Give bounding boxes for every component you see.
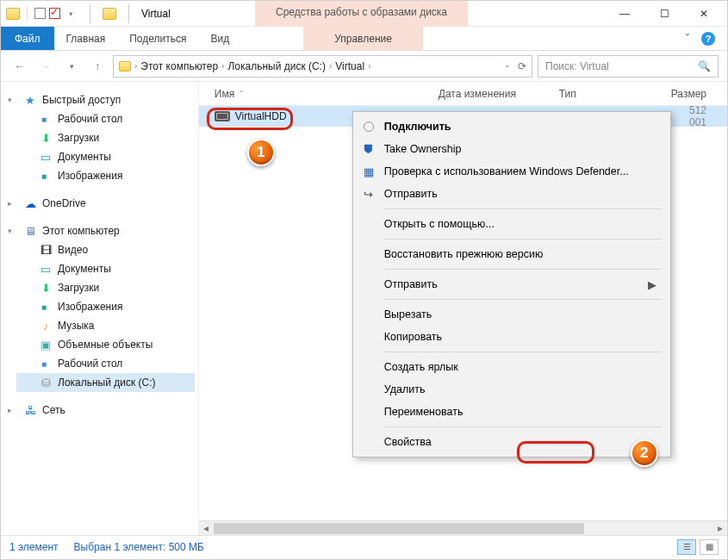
address-bar[interactable]: › Этот компьютер › Локальный диск (C:) ›… xyxy=(113,55,532,78)
expand-icon[interactable]: ▸ xyxy=(8,199,16,208)
pictures-icon xyxy=(39,300,53,314)
title-bar: ▾ Virtual Средства работы с образами дис… xyxy=(1,1,727,27)
ctx-send-to[interactable]: Отправить▶ xyxy=(355,273,669,296)
chevron-right-icon[interactable]: › xyxy=(368,61,370,71)
nav-onedrive[interactable]: ▸ ☁ OneDrive xyxy=(16,194,195,213)
nav-pictures[interactable]: Изображения xyxy=(16,166,195,185)
chevron-right-icon[interactable]: › xyxy=(134,61,137,71)
ctx-separator xyxy=(384,299,662,300)
ribbon-tab-view[interactable]: Вид xyxy=(198,27,241,50)
nav-local-disk-c[interactable]: ⛁Локальный диск (C:) xyxy=(16,373,195,392)
nav-recent-dropdown[interactable]: ▾ xyxy=(61,56,82,77)
sort-asc-icon: ˄ xyxy=(240,90,244,98)
ctx-separator xyxy=(384,352,662,352)
nav-documents[interactable]: ▭Документы xyxy=(16,147,195,166)
nav-label: Локальный диск (C:) xyxy=(58,376,156,389)
nav-label: Музыка xyxy=(58,320,94,332)
nav-pictures-pc[interactable]: Изображения xyxy=(16,297,195,316)
scroll-left-icon[interactable]: ◂ xyxy=(199,521,214,536)
disk-image-icon xyxy=(215,111,230,121)
scroll-right-icon[interactable]: ▸ xyxy=(712,521,727,536)
nav-label: Рабочий стол xyxy=(58,113,122,125)
nav-videos[interactable]: 🎞Видео xyxy=(16,240,195,259)
nav-back-button[interactable]: ← xyxy=(9,56,30,77)
breadcrumb-disk[interactable]: Локальный диск (C:) xyxy=(227,60,326,72)
nav-label: Видео xyxy=(58,244,88,256)
ribbon-tab-share[interactable]: Поделиться xyxy=(117,27,198,50)
qat-dropdown-icon[interactable]: ▾ xyxy=(64,7,78,21)
ribbon-file-tab[interactable]: Файл xyxy=(1,27,54,50)
ctx-restore-previous[interactable]: Восстановить прежнюю версию xyxy=(355,243,669,265)
nav-3dobjects[interactable]: ▣Объемные объекты xyxy=(16,335,195,354)
ctx-open-with[interactable]: Открыть с помощью... xyxy=(355,213,669,235)
minimize-button[interactable]: — xyxy=(605,1,644,27)
context-menu: Подключить ⛊Take Ownership ▦Проверка с и… xyxy=(352,111,671,457)
ctx-rename[interactable]: Переименовать xyxy=(355,401,669,423)
expand-icon[interactable]: ▸ xyxy=(8,406,16,414)
ribbon-tab-manage[interactable]: Управление xyxy=(303,27,423,50)
file-size: 512 001 xyxy=(671,104,727,128)
annotation-marker-2: 2 xyxy=(631,439,658,467)
refresh-icon[interactable]: ⟳ xyxy=(518,60,526,72)
qat-prop-icon[interactable] xyxy=(34,8,46,19)
search-input[interactable]: Поиск: Virtual 🔍 xyxy=(538,55,719,78)
view-large-icons-button[interactable]: ▦ xyxy=(700,539,719,555)
nav-network[interactable]: ▸ 🖧 Сеть xyxy=(16,401,195,420)
scroll-thumb[interactable] xyxy=(214,523,584,534)
ctx-create-shortcut[interactable]: Создать ярлык xyxy=(355,356,669,378)
videos-icon: 🎞 xyxy=(39,243,53,257)
pc-icon: 🖥 xyxy=(23,224,37,238)
help-icon[interactable]: ? xyxy=(701,32,715,46)
ribbon-expand-icon[interactable]: ˇ xyxy=(686,33,689,45)
ctx-separator xyxy=(384,208,662,209)
annotation-marker-1: 1 xyxy=(247,139,275,166)
address-dropdown-icon[interactable]: ⌄ xyxy=(504,60,511,72)
submenu-arrow-icon: ▶ xyxy=(648,278,656,291)
desktop-icon xyxy=(39,112,53,126)
ctx-mount[interactable]: Подключить xyxy=(355,115,669,138)
nav-downloads[interactable]: ⬇Загрузки xyxy=(16,128,195,147)
nav-desktop[interactable]: Рабочий стол xyxy=(16,109,195,128)
nav-label: Сеть xyxy=(42,404,65,416)
maximize-button[interactable]: ☐ xyxy=(644,1,684,27)
ctx-separator xyxy=(384,269,662,270)
nav-this-pc[interactable]: ▾ 🖥 Этот компьютер xyxy=(16,221,195,240)
chevron-right-icon[interactable]: › xyxy=(221,61,224,71)
ctx-defender-scan[interactable]: ▦Проверка с использованием Windows Defen… xyxy=(355,160,669,183)
window-title: Virtual xyxy=(141,8,171,20)
pictures-icon xyxy=(39,169,53,183)
nav-music[interactable]: ♪Музыка xyxy=(16,316,195,335)
breadcrumb-folder[interactable]: Virtual xyxy=(335,60,364,72)
ctx-properties[interactable]: Свойства xyxy=(355,431,669,453)
view-details-button[interactable]: ☰ xyxy=(677,539,696,555)
collapse-icon[interactable]: ▾ xyxy=(8,227,16,235)
ctx-share[interactable]: ↪Отправить xyxy=(355,183,669,205)
documents-icon: ▭ xyxy=(39,262,53,276)
horizontal-scrollbar[interactable]: ◂ ▸ xyxy=(199,520,727,535)
cube-icon: ▣ xyxy=(39,338,53,352)
qat-check-icon[interactable] xyxy=(49,8,60,19)
col-type[interactable]: Тип xyxy=(559,88,671,100)
nav-downloads-pc[interactable]: ⬇Загрузки xyxy=(16,278,195,297)
ctx-delete[interactable]: Удалить xyxy=(355,378,669,401)
file-list-area: Имя˄ Дата изменения Тип Размер VirtualHD… xyxy=(199,82,727,535)
chevron-right-icon[interactable]: › xyxy=(329,61,332,71)
search-icon: 🔍 xyxy=(698,60,711,72)
col-size[interactable]: Размер xyxy=(671,88,727,100)
collapse-icon[interactable]: ▾ xyxy=(8,96,16,104)
ctx-take-ownership[interactable]: ⛊Take Ownership xyxy=(355,138,669,160)
status-bar: 1 элемент Выбран 1 элемент: 500 МБ ☰ ▦ xyxy=(1,535,727,557)
nav-up-button[interactable]: ↑ xyxy=(87,56,108,77)
nav-documents-pc[interactable]: ▭Документы xyxy=(16,259,195,278)
status-item-count: 1 элемент xyxy=(9,541,59,553)
col-date[interactable]: Дата изменения xyxy=(439,88,559,100)
breadcrumb-pc[interactable]: Этот компьютер xyxy=(140,60,218,72)
nav-desktop-pc[interactable]: Рабочий стол xyxy=(16,354,195,373)
ctx-cut[interactable]: Вырезать xyxy=(355,303,669,326)
close-button[interactable]: ✕ xyxy=(684,1,724,27)
ctx-copy[interactable]: Копировать xyxy=(355,326,669,348)
nav-forward-button[interactable]: → xyxy=(35,56,56,77)
nav-quick-access[interactable]: ▾ ★ Быстрый доступ xyxy=(16,90,195,109)
col-name[interactable]: Имя˄ xyxy=(215,88,439,100)
ribbon-tab-home[interactable]: Главная xyxy=(54,27,118,50)
